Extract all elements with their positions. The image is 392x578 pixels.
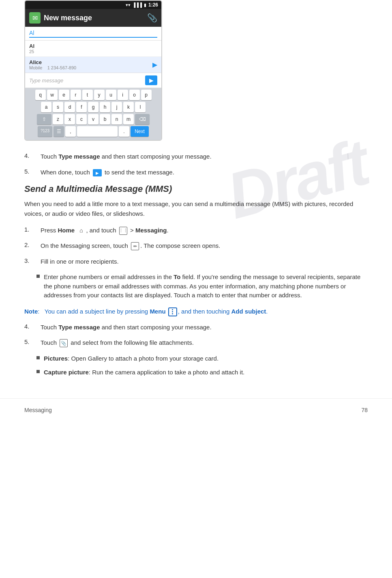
alice-arrow: ▶ xyxy=(152,61,157,69)
key-o[interactable]: o xyxy=(129,90,140,100)
status-time: 1:26 xyxy=(148,2,158,8)
key-w[interactable]: w xyxy=(47,90,58,100)
menu-dot-1 xyxy=(172,309,173,310)
key-r[interactable]: r xyxy=(71,90,81,100)
step-4-number: 4. xyxy=(24,152,41,159)
mms-step-1-number: 1. xyxy=(24,226,41,233)
key-l[interactable]: l xyxy=(135,102,146,112)
mms-step-4-text: Touch Type message and then start compos… xyxy=(41,323,212,332)
key-j[interactable]: j xyxy=(111,102,122,112)
key-d[interactable]: d xyxy=(64,102,75,112)
keyboard-row-1: q w e r t y u i o p xyxy=(26,90,161,100)
type-message-bar[interactable]: Type message ▶ xyxy=(25,73,161,88)
to-input[interactable] xyxy=(29,30,157,38)
key-y[interactable]: y xyxy=(94,90,105,100)
step-5-text: When done, touch to send the text messag… xyxy=(41,168,174,177)
type-message-placeholder: Type message xyxy=(29,77,63,84)
keyboard-row-3: ⇧ z x c v b n m ⌫ xyxy=(26,114,161,125)
phone-screenshot: ▾▾ ▐▐▐ ▮ 1:26 ✉ New message 📎 Al 25 xyxy=(24,0,162,141)
mms-step-3: 3. Fill in one or more recipients. xyxy=(24,257,368,266)
key-m[interactable]: m xyxy=(123,114,134,125)
key-f[interactable]: f xyxy=(76,102,87,112)
key-p[interactable]: p xyxy=(141,90,152,100)
key-u[interactable]: u xyxy=(106,90,116,100)
key-s[interactable]: s xyxy=(53,102,63,112)
signal-icon: ▐▐▐ xyxy=(133,2,142,7)
note-text: You can add a subject line by pressing M… xyxy=(45,308,268,315)
attach-icon-step5: 📎 xyxy=(60,339,68,347)
menu-icon xyxy=(168,307,177,316)
mms-step-1-text: Press Home ⌂, and touch ⋮⋮ > Messaging. xyxy=(41,226,169,235)
to-field[interactable] xyxy=(25,27,161,41)
footer-left: Messaging xyxy=(24,407,52,413)
key-t[interactable]: t xyxy=(82,90,93,100)
bullet-text-1: Enter phone numbers or email addresses i… xyxy=(44,273,368,300)
step-4: 4. Touch Type message and then start com… xyxy=(24,152,368,161)
key-comma[interactable]: , xyxy=(65,126,76,137)
keyboard-row-2: a s d f g h j k l xyxy=(26,102,161,112)
status-bar: ▾▾ ▐▐▐ ▮ 1:26 xyxy=(25,1,161,9)
messaging-app-icon: ✉ xyxy=(29,12,41,24)
key-b[interactable]: b xyxy=(100,114,110,125)
key-space[interactable] xyxy=(77,126,118,137)
app-bar: ✉ New message 📎 xyxy=(25,9,161,27)
bullet-text-capture: Capture picture: Run the camera applicat… xyxy=(44,368,244,377)
autocomplete-item-al[interactable]: Al 25 xyxy=(25,41,161,57)
key-z[interactable]: z xyxy=(53,114,63,125)
key-a[interactable]: a xyxy=(41,102,51,112)
mms-step-3-text: Fill in one or more recipients. xyxy=(41,257,119,266)
compose-icon: ✏ xyxy=(131,242,139,250)
key-period[interactable]: . xyxy=(119,126,129,137)
app-bar-title: New message xyxy=(44,14,92,22)
key-x[interactable]: x xyxy=(64,114,75,125)
step-5: 5. When done, touch to send the text mes… xyxy=(24,168,368,177)
step-5-number: 5. xyxy=(24,168,41,175)
key-g[interactable]: g xyxy=(88,102,99,112)
key-shift[interactable]: ⇧ xyxy=(37,114,51,125)
key-backspace[interactable]: ⌫ xyxy=(135,114,150,125)
bullet-item-pictures: Pictures: Open Gallery to attach a photo… xyxy=(36,354,368,363)
autocomplete-dropdown: Al 25 Alice Mobile 1 234-567-890 ▶ xyxy=(25,41,161,73)
bullet-item-1: Enter phone numbers or email addresses i… xyxy=(36,273,368,300)
key-e[interactable]: e xyxy=(59,90,69,100)
key-k[interactable]: k xyxy=(123,102,134,112)
keyboard-row-4: ?123 ☰ , . Next xyxy=(26,126,161,137)
bullet-square-capture xyxy=(36,370,40,373)
keyboard: q w e r t y u i o p a s d f g h j k xyxy=(25,88,161,140)
mms-step-5-number: 5. xyxy=(24,338,41,345)
bullet-square-1 xyxy=(36,275,40,278)
page-footer: Messaging 78 xyxy=(0,398,392,421)
menu-dots xyxy=(172,309,173,314)
key-q[interactable]: q xyxy=(35,90,46,100)
send-button[interactable]: ▶ xyxy=(145,75,157,85)
bullet-square-pictures xyxy=(36,356,40,359)
key-num[interactable]: ?123 xyxy=(38,126,52,137)
add-subject-label: Add subject xyxy=(231,308,266,315)
step-4-text: Touch Type message and then start compos… xyxy=(41,152,212,161)
bullet-item-capture: Capture picture: Run the camera applicat… xyxy=(36,368,368,377)
section-intro-mms: When you need to add a little more to a … xyxy=(24,199,368,219)
menu-dot-3 xyxy=(172,313,173,314)
bullet-text-pictures: Pictures: Open Gallery to attach a photo… xyxy=(44,354,218,363)
mms-step-5-text: Touch 📎 and select from the following fi… xyxy=(41,338,194,348)
footer-page-number: 78 xyxy=(361,407,368,413)
key-h[interactable]: h xyxy=(100,102,110,112)
key-i[interactable]: i xyxy=(118,90,128,100)
key-c[interactable]: c xyxy=(76,114,87,125)
note-label: Note xyxy=(24,308,38,315)
mms-step-4: 4. Touch Type message and then start com… xyxy=(24,323,368,332)
note-box: Note: You can add a subject line by pres… xyxy=(24,307,368,316)
mms-step-2: 2. On the Messaging screen, touch ✏. The… xyxy=(24,241,368,251)
alice-name: Alice xyxy=(29,59,76,65)
autocomplete-item-alice[interactable]: Alice Mobile 1 234-567-890 ▶ xyxy=(25,57,161,73)
key-v[interactable]: v xyxy=(88,114,99,125)
key-next[interactable]: Next xyxy=(131,126,149,137)
section-heading-mms: Send a Multimedia Message (MMS) xyxy=(24,183,368,195)
mms-step-1: 1. Press Home ⌂, and touch ⋮⋮ > Messagin… xyxy=(24,226,368,235)
mms-step-5: 5. Touch 📎 and select from the following… xyxy=(24,338,368,348)
key-emoji[interactable]: ☰ xyxy=(54,126,64,137)
home-icon: ⌂ xyxy=(77,227,85,235)
alice-mobile-label: Mobile 1 234-567-890 xyxy=(29,65,76,70)
attach-icon[interactable]: 📎 xyxy=(147,13,157,23)
key-n[interactable]: n xyxy=(111,114,122,125)
